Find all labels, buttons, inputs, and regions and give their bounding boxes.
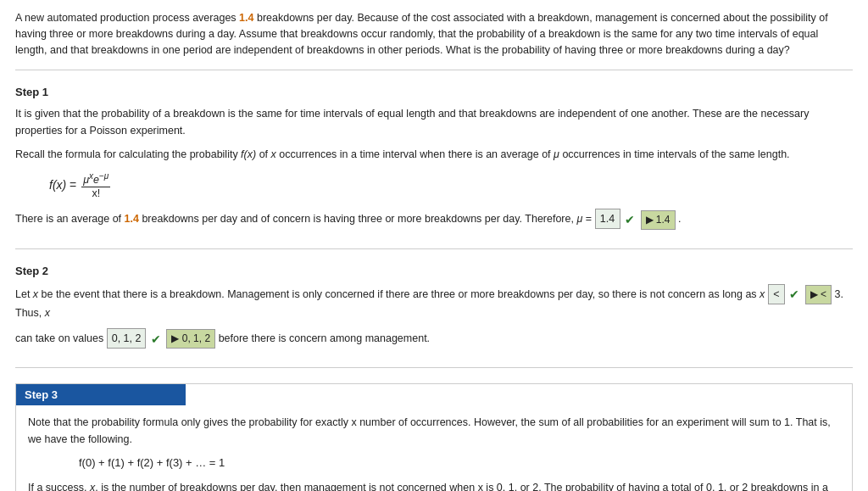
step2-values-checkmark: ✔ xyxy=(151,330,161,349)
step1-period: . xyxy=(678,213,681,225)
intro-highlight: 1.4 xyxy=(239,12,253,24)
step2-checkmark: ✔ xyxy=(789,285,799,304)
formula-eq: = xyxy=(70,178,80,192)
step3-para1: Note that the probability formula only g… xyxy=(28,414,840,448)
formula-fx: f(x) xyxy=(49,178,66,192)
step1-para3: There is an average of 1.4 breakdowns pe… xyxy=(15,209,853,229)
step2-x2: x xyxy=(760,288,765,300)
step1-label: Step 1 xyxy=(15,86,853,98)
step1-p3-1: There is an average of xyxy=(15,213,125,225)
step3-label: Step 3 xyxy=(16,384,186,405)
step3-para2: If a success, x, is the number of breakd… xyxy=(28,479,840,491)
step2-p2-1: can take on values xyxy=(15,332,107,344)
step1-section: Step 1 It is given that the probability … xyxy=(15,86,853,248)
step3-content: Note that the probability formula only g… xyxy=(16,414,852,491)
step1-fx: f(x) xyxy=(241,148,256,160)
formula-denominator: x! xyxy=(90,187,102,200)
step1-para2: Recall the formula for calculating the p… xyxy=(15,146,853,163)
step3-p2-1: If a success, xyxy=(28,482,90,491)
step3-sum-formula: f(0) + f(1) + f(2) + f(3) + … = 1 xyxy=(79,455,840,472)
step2-values-input: 0, 1, 2 xyxy=(107,328,147,349)
step1-edit-button[interactable]: ▶ 1.4 xyxy=(641,210,676,230)
step2-p1-2: be the event that there is a breakdown. … xyxy=(38,288,760,300)
step2-values-edit-button[interactable]: ▶ 0, 1, 2 xyxy=(166,329,215,349)
step1-para1: It is given that the probability of a br… xyxy=(15,105,853,139)
step1-para2-p3: occurrences in a time interval when ther… xyxy=(276,148,554,160)
step2-p2-2: before there is concern among management… xyxy=(219,332,430,344)
formula-block: f(x) = μxe−μ x! xyxy=(49,171,853,200)
step3-p2-2: , is the number of breakdowns per day, t… xyxy=(28,482,828,491)
step1-p3-eq: = xyxy=(582,213,594,225)
formula-numerator: μxe−μ xyxy=(81,171,110,187)
step1-para2-p4: occurrences in time intervals of the sam… xyxy=(559,148,790,160)
step1-mu: μ xyxy=(554,148,559,160)
step2-para2: can take on values 0, 1, 2 ✔ ▶ 0, 1, 2 b… xyxy=(15,328,853,349)
formula-fraction: μxe−μ x! xyxy=(81,171,110,200)
step2-lt-input: < xyxy=(768,284,785,304)
step1-mu-input: 1.4 xyxy=(595,209,620,229)
step2-para1: Let x be the event that there is a break… xyxy=(15,284,853,321)
step2-p1-1: Let xyxy=(15,288,33,300)
step1-highlight: 1.4 xyxy=(125,213,139,225)
intro-paragraph: A new automated production process avera… xyxy=(15,10,853,70)
intro-text-before: A new automated production process avera… xyxy=(15,12,239,24)
step2-label: Step 2 xyxy=(15,265,853,277)
step2-x3: x xyxy=(45,307,50,319)
step1-p3-2: breakdowns per day and of concern is hav… xyxy=(139,213,577,225)
step2-edit-button[interactable]: ▶ < xyxy=(805,285,832,304)
step2-num: 3 xyxy=(835,288,841,300)
step1-checkmark: ✔ xyxy=(625,210,635,229)
step3-section: Step 3 Note that the probability formula… xyxy=(15,383,853,491)
step2-section: Step 2 Let x be the event that there is … xyxy=(15,265,853,369)
step1-para2-p2: of xyxy=(256,148,270,160)
step1-para2-p1: Recall the formula for calculating the p… xyxy=(15,148,241,160)
